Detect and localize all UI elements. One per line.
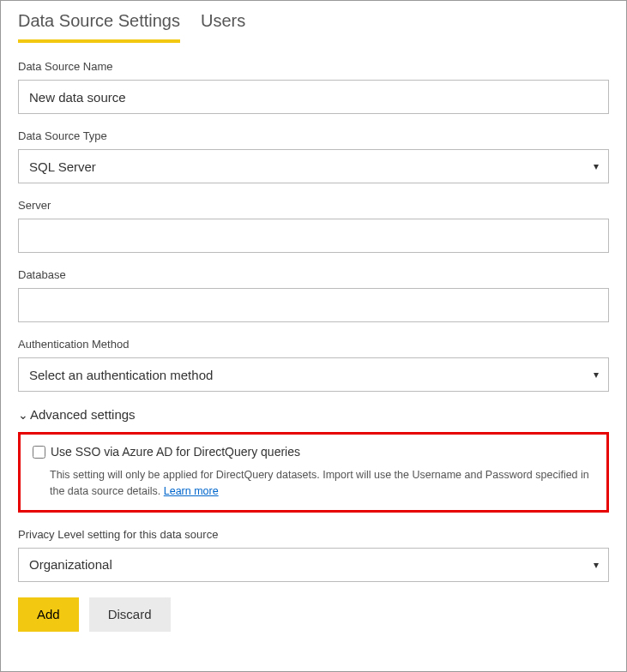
- select-privacy-level[interactable]: Organizational: [18, 548, 609, 582]
- field-server: Server: [18, 199, 609, 253]
- input-server[interactable]: [18, 219, 609, 253]
- label-server: Server: [18, 199, 609, 212]
- tab-data-source-settings[interactable]: Data Source Settings: [18, 11, 180, 43]
- sso-help-text: This setting will only be applied for Di…: [33, 467, 594, 500]
- discard-button[interactable]: Discard: [89, 597, 171, 632]
- chevron-down-icon: ⌄: [18, 408, 28, 422]
- label-database: Database: [18, 268, 609, 281]
- add-button[interactable]: Add: [18, 597, 79, 632]
- field-data-source-name: Data Source Name: [18, 60, 609, 114]
- field-auth-method: Authentication Method Select an authenti…: [18, 338, 609, 392]
- field-privacy-level: Privacy Level setting for this data sour…: [18, 528, 609, 582]
- label-sso-azure-ad: Use SSO via Azure AD for DirectQuery que…: [51, 445, 300, 459]
- checkbox-sso-azure-ad[interactable]: [33, 446, 45, 459]
- label-data-source-type: Data Source Type: [18, 129, 609, 142]
- select-auth-method[interactable]: Select an authentication method: [18, 357, 609, 392]
- select-data-source-type[interactable]: SQL Server: [18, 149, 609, 183]
- tab-users[interactable]: Users: [201, 11, 245, 43]
- form-body: Data Source Name Data Source Type SQL Se…: [1, 43, 626, 647]
- advanced-settings-toggle[interactable]: ⌄ Advanced settings: [18, 407, 609, 422]
- link-learn-more[interactable]: Learn more: [164, 485, 219, 497]
- label-data-source-name: Data Source Name: [18, 60, 609, 73]
- input-database[interactable]: [18, 288, 609, 322]
- tab-bar: Data Source Settings Users: [1, 1, 626, 43]
- button-row: Add Discard: [18, 597, 609, 632]
- sso-highlight-box: Use SSO via Azure AD for DirectQuery que…: [18, 432, 609, 513]
- label-auth-method: Authentication Method: [18, 338, 609, 351]
- label-privacy-level: Privacy Level setting for this data sour…: [18, 528, 609, 541]
- advanced-settings-label: Advanced settings: [30, 407, 136, 422]
- sso-checkbox-row: Use SSO via Azure AD for DirectQuery que…: [33, 445, 594, 459]
- field-database: Database: [18, 268, 609, 322]
- input-data-source-name[interactable]: [18, 80, 609, 114]
- field-data-source-type: Data Source Type SQL Server ▾: [18, 129, 609, 183]
